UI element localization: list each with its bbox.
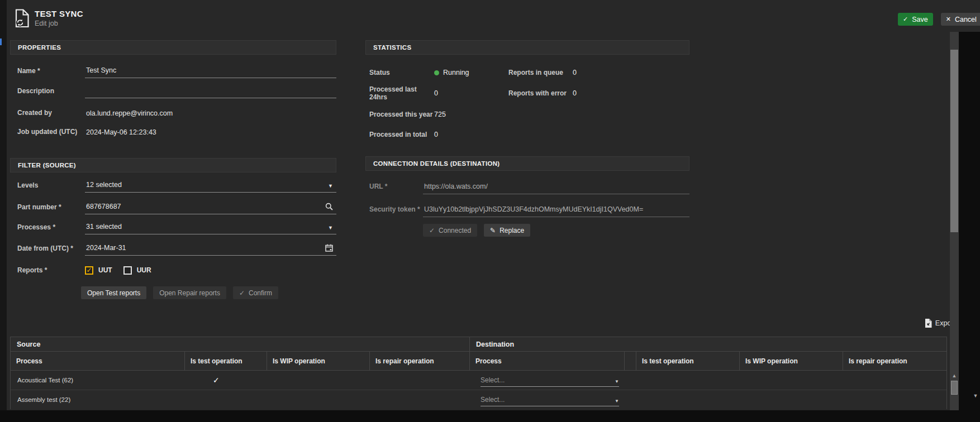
connected-button[interactable]: ✓ Connected — [423, 224, 477, 237]
destination-process-cell: Select... ▼ — [470, 390, 625, 409]
chevron-down-icon: ▼ — [328, 226, 333, 231]
scroll-down-button[interactable]: ▼ — [971, 392, 980, 400]
job-updated-row: Job updated (UTC) 2024-May-06 12:23:43 — [10, 126, 336, 137]
levels-label: Levels — [10, 181, 85, 189]
replace-button[interactable]: ✎ Replace — [484, 224, 530, 237]
cancel-button[interactable]: ✕ Cancel — [941, 13, 980, 26]
source-is-repair-column-header: Is repair operation — [370, 352, 470, 370]
job-updated-label: Job updated (UTC) — [10, 128, 85, 136]
processed-in-total-value: 0 — [434, 131, 438, 138]
name-value: Test Sync — [86, 66, 116, 74]
levels-select[interactable]: 12 selected ▼ — [85, 178, 336, 193]
save-button[interactable]: ✓ Save — [898, 13, 933, 26]
processed-in-total-label: Processed in total — [365, 131, 434, 138]
destination-group-header: Destination — [470, 337, 946, 351]
processed-24hrs-value: 0 — [434, 89, 438, 97]
source-process-cell: Assembly test (22) — [11, 390, 185, 409]
uut-checkbox[interactable]: ✓ — [85, 266, 93, 275]
status-label: Status — [365, 69, 434, 76]
status-running-dot — [434, 70, 439, 75]
connection-section-header: CONNECTION DETAILS (DESTINATION) — [365, 156, 689, 171]
security-token-value: U3luYy10b2tlbjppVjJhSDZ3U3F4dzhOMmsyMUdE… — [424, 205, 643, 213]
part-number-input[interactable]: 687678687 — [85, 199, 336, 214]
open-repair-reports-button[interactable]: Open Repair reports — [153, 286, 226, 299]
is-wip-operation-cell: ✓ — [267, 371, 370, 390]
stat-row-3: Processed this year 725 — [365, 108, 689, 121]
filter-section: FILTER (SOURCE) Levels 12 selected ▼ Par… — [10, 158, 336, 299]
edge-marker — [0, 39, 2, 45]
arrow-up-icon: ▲ — [952, 373, 957, 378]
statistics-section: STATISTICS Status Running Reports in que… — [365, 40, 689, 141]
processes-select[interactable]: 31 selected ▼ — [85, 219, 336, 234]
table-scrollbar-thumb[interactable] — [951, 381, 958, 395]
name-input[interactable]: Test Sync — [85, 64, 336, 78]
destination-process-column-header: Process — [470, 352, 625, 370]
stat-row-4: Processed in total 0 — [365, 128, 689, 141]
created-by-value: ola.lund.reppe@virinco.com — [85, 107, 336, 118]
security-token-input: U3luYy10b2tlbjppVjJhSDZ3U3F4dzhOMmsyMUdE… — [423, 201, 689, 217]
is-wip-operation-cell: ✓ — [267, 390, 370, 409]
chevron-down-icon: ▼ — [615, 399, 619, 404]
destination-process-select[interactable]: Select... ▼ — [481, 393, 619, 406]
check-icon: ✓ — [213, 376, 220, 385]
bottom-edge-strip — [0, 410, 980, 422]
is-test-operation-cell: ✓ — [185, 371, 267, 390]
created-by-label: Created by — [10, 109, 85, 117]
description-input[interactable] — [85, 84, 336, 98]
processed-this-year-label: Processed this year — [365, 111, 434, 118]
page-scrollbar[interactable] — [950, 32, 959, 411]
source-is-wip-column-header: Is WIP operation — [267, 352, 370, 370]
destination-process-select[interactable]: Select... ▼ — [481, 373, 619, 387]
confirm-button[interactable]: ✓ Confirm — [233, 286, 278, 299]
connection-section: CONNECTION DETAILS (DESTINATION) URL * h… — [365, 156, 689, 237]
page-title-block: TEST SYNC Edit job — [35, 9, 83, 28]
date-from-input[interactable]: 2024-Mar-31 — [85, 241, 336, 256]
reports-row: Reports * ✓ UUT ✓ UUR — [10, 265, 336, 276]
date-from-row: Date from (UTC) * 2024-Mar-31 — [10, 241, 336, 256]
page-title: TEST SYNC — [35, 9, 83, 18]
job-updated-value: 2024-May-06 12:23:43 — [85, 126, 336, 137]
pencil-icon: ✎ — [490, 227, 496, 234]
statistics-section-header: STATISTICS — [365, 40, 689, 55]
stat-row-2: Processed last 24hrs 0 Reports with erro… — [365, 87, 689, 100]
page-scrollbar-thumb[interactable] — [950, 50, 958, 232]
chevron-down-icon: ▼ — [615, 380, 619, 384]
table-scroll-up-button[interactable]: ▲ — [950, 372, 959, 380]
left-edge-strip — [0, 0, 7, 411]
page-subtitle: Edit job — [35, 20, 83, 27]
calendar-icon[interactable] — [325, 244, 333, 252]
process-mapping-table: Source Destination Process Is test opera… — [10, 337, 947, 409]
part-number-label: Part number * — [10, 203, 85, 211]
open-test-reports-button[interactable]: Open Test reports — [81, 286, 146, 299]
save-button-label: Save — [912, 16, 928, 23]
export-file-icon — [925, 319, 932, 328]
table-group-header-row: Source Destination — [11, 337, 946, 351]
part-number-row: Part number * 687678687 — [10, 199, 336, 214]
source-is-test-column-header: Is test operation — [185, 352, 267, 370]
destination-is-wip-column-header: Is WIP operation — [740, 352, 843, 370]
filter-actions: Open Test reports Open Repair reports ✓ … — [81, 286, 336, 299]
right-edge-strip — [959, 32, 980, 411]
reports-in-queue-label: Reports in queue — [508, 69, 573, 76]
arrow-down-icon: ▼ — [973, 394, 978, 399]
job-sync-icon — [14, 9, 30, 28]
url-input: https://ola.wats.com/ — [423, 178, 689, 194]
processes-value: 31 selected — [86, 223, 122, 231]
url-value: https://ola.wats.com/ — [424, 183, 488, 190]
processed-24hrs-label: Processed last 24hrs — [365, 85, 434, 101]
uur-checkbox-label: UUR — [137, 266, 151, 274]
properties-section: PROPERTIES Name * Test Sync Description … — [10, 40, 336, 137]
url-label: URL * — [365, 183, 423, 190]
uur-checkbox[interactable]: ✓ — [123, 266, 132, 275]
chevron-down-icon: ▼ — [328, 184, 333, 189]
search-icon[interactable] — [325, 203, 333, 210]
header-actions: ✓ Save ✕ Cancel — [898, 13, 980, 26]
is-repair-operation-cell: ✓ — [370, 371, 470, 390]
status-value: Running — [443, 69, 469, 76]
stat-row-1: Status Running Reports in queue 0 — [365, 66, 689, 79]
is-repair-operation-cell: ✓ — [370, 390, 470, 409]
description-row: Description — [10, 84, 336, 98]
reports-label: Reports * — [10, 266, 85, 274]
table-row: Acoustical Test (62) ✓ ✓ ✓ Select... ▼ — [11, 370, 946, 390]
connection-actions: ✓ Connected ✎ Replace — [423, 224, 689, 237]
